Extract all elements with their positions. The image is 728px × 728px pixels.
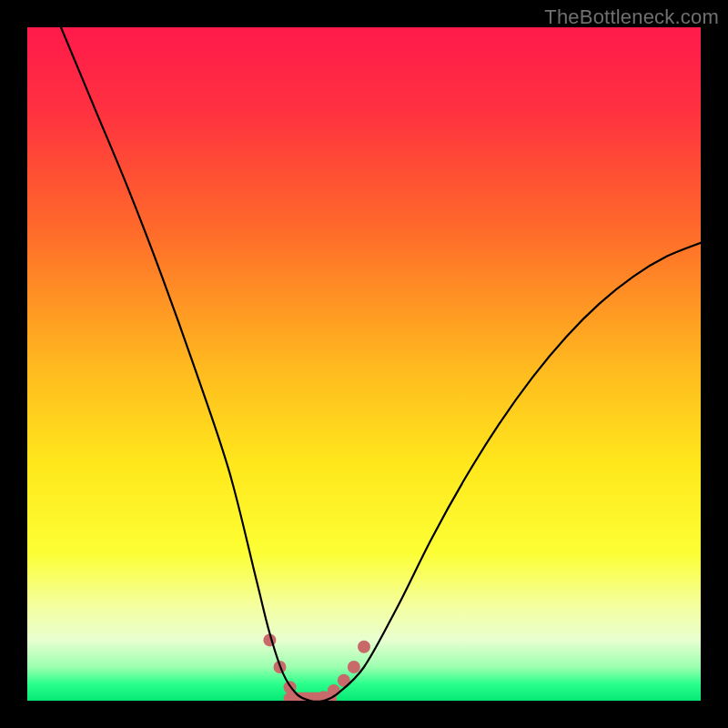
chart-frame: TheBottleneck.com xyxy=(0,0,728,728)
watermark-text: TheBottleneck.com xyxy=(544,5,719,29)
highlight-dot xyxy=(328,684,340,697)
highlight-dot xyxy=(358,641,370,653)
curve-layer xyxy=(27,27,701,701)
bottleneck-curve xyxy=(61,27,701,701)
highlight-dots xyxy=(263,633,370,701)
plot-area xyxy=(27,27,701,701)
highlight-dot xyxy=(348,661,360,673)
